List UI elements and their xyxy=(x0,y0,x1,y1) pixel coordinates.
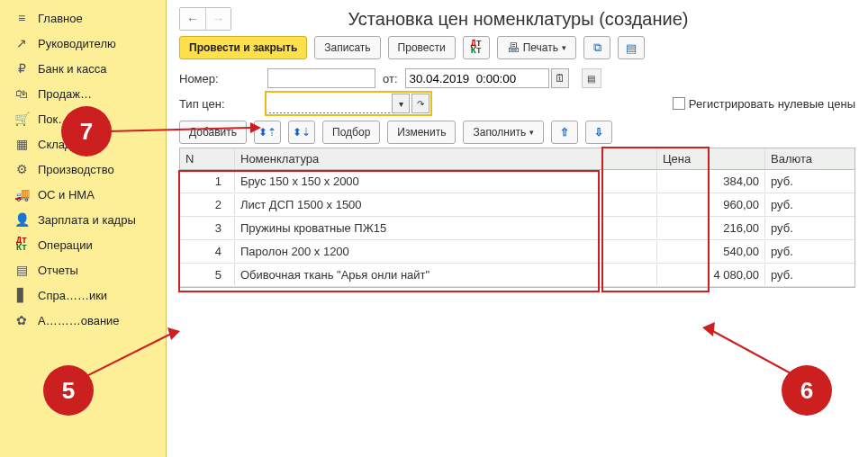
ruble-icon: ₽ xyxy=(13,61,31,76)
change-button[interactable]: Изменить xyxy=(387,121,456,144)
main-content: ← → Установка цен номенклатуры (создание… xyxy=(167,0,868,457)
sort-asc-button[interactable]: ⬍⇡ xyxy=(254,121,281,144)
sort-desc-icon: ⬍⇣ xyxy=(293,126,311,139)
register-zero-checkbox[interactable]: Регистрировать нулевые цены xyxy=(673,97,855,111)
sidebar-item-sales[interactable]: 🛍Продаж… xyxy=(0,81,166,106)
gear-icon: ⚙ xyxy=(13,162,31,176)
price-type-open[interactable]: ↷ xyxy=(411,94,429,113)
menu-icon: ≡ xyxy=(13,11,31,25)
list-icon: ▤ xyxy=(626,41,637,55)
sidebar-item-manager[interactable]: ↗Руководителю xyxy=(0,31,166,56)
arrow-down-icon: ⇩ xyxy=(594,126,603,139)
cell-name: Лист ДСП 1500 х 1500 xyxy=(234,194,656,215)
sidebar-item-label: А………ование xyxy=(38,314,120,327)
price-type-dropdown[interactable]: ▾ xyxy=(392,94,410,113)
cart-icon: 🛒 xyxy=(13,112,31,126)
cell-price: 4 080,00 xyxy=(656,264,764,285)
sidebar-item-label: Руководителю xyxy=(38,37,116,50)
match-button[interactable]: Подбор xyxy=(322,121,380,144)
price-type-input[interactable] xyxy=(267,94,390,113)
add-button[interactable]: Добавить xyxy=(179,121,247,144)
settings-icon: ✿ xyxy=(13,313,31,327)
fill-button[interactable]: Заполнить ▾ xyxy=(463,121,544,144)
sidebar-item-main[interactable]: ≡Главное xyxy=(0,5,166,31)
from-label: от: xyxy=(383,72,398,85)
cell-name: Пружины кроватные ПЖ15 xyxy=(234,218,656,238)
report-icon: ▤ xyxy=(13,263,31,277)
date-input[interactable] xyxy=(405,68,549,88)
chart-up-icon: ↗ xyxy=(13,36,31,50)
chevron-down-icon: ▾ xyxy=(562,43,566,52)
aux-button[interactable]: ▤ xyxy=(582,68,601,88)
sidebar-item-label: ОС и НМА xyxy=(38,188,95,202)
person-icon: 👤 xyxy=(13,212,31,227)
movements-button[interactable]: ДтКт xyxy=(463,36,490,59)
action-bar: Провести и закрыть Записать Провести ДтК… xyxy=(179,36,855,59)
sidebar-item-label: Производство xyxy=(38,163,114,176)
price-type-label: Тип цен: xyxy=(179,97,260,111)
sidebar-item-hr[interactable]: 👤Зарплата и кадры xyxy=(0,207,166,232)
move-down-button[interactable]: ⇩ xyxy=(585,121,612,144)
post-button[interactable]: Провести xyxy=(388,36,456,59)
back-button[interactable]: ← xyxy=(180,8,205,30)
table-row[interactable]: 2 Лист ДСП 1500 х 1500 960,00 руб. xyxy=(180,193,854,217)
table-header: N Номенклатура Цена Валюта xyxy=(180,148,854,170)
table-row[interactable]: 1 Брус 150 х 150 х 2000 384,00 руб. xyxy=(180,170,854,193)
cell-curr: руб. xyxy=(764,194,854,215)
cell-curr: руб. xyxy=(764,218,854,238)
calendar-icon: 🗓 xyxy=(555,72,565,85)
sidebar-item-directories[interactable]: ▋Спра……ики xyxy=(0,282,166,308)
sidebar-item-reports[interactable]: ▤Отчеты xyxy=(0,257,166,282)
cell-name: Обивочная ткань "Арья онли найт" xyxy=(234,264,656,285)
move-up-button[interactable]: ⇧ xyxy=(551,121,578,144)
cell-n: 2 xyxy=(180,194,234,215)
cell-price: 384,00 xyxy=(656,171,764,192)
sidebar-item-admin[interactable]: ✿А………ование xyxy=(0,308,166,333)
sidebar-item-label: Спра……ики xyxy=(38,289,107,302)
save-button[interactable]: Записать xyxy=(314,36,380,59)
col-header-price[interactable]: Цена xyxy=(656,148,764,169)
table-row[interactable]: 4 Паролон 200 х 1200 540,00 руб. xyxy=(180,240,854,264)
number-input[interactable] xyxy=(267,68,375,88)
grid-icon: ▦ xyxy=(13,137,31,151)
attachments-button[interactable]: ▤ xyxy=(618,36,645,59)
cell-n: 3 xyxy=(180,218,234,238)
post-and-close-button[interactable]: Провести и закрыть xyxy=(179,36,307,59)
dtkt-icon: ДтКт xyxy=(13,237,31,252)
sort-desc-button[interactable]: ⬍⇣ xyxy=(288,121,315,144)
sidebar-item-label: Склад xyxy=(38,138,72,151)
col-header-n[interactable]: N xyxy=(180,148,234,169)
register-zero-label: Регистрировать нулевые цены xyxy=(689,97,855,111)
sidebar-item-operations[interactable]: ДтКтОперации xyxy=(0,232,166,257)
sidebar-item-production[interactable]: ⚙Производство xyxy=(0,157,166,182)
sort-asc-icon: ⬍⇡ xyxy=(258,126,276,139)
nav-buttons: ← → xyxy=(179,7,231,31)
books-icon: ▋ xyxy=(13,288,31,302)
col-header-curr[interactable]: Валюта xyxy=(764,148,854,169)
sidebar-item-assets[interactable]: 🚚ОС и НМА xyxy=(0,182,166,207)
link-icon: ⧉ xyxy=(593,40,601,55)
sidebar: ≡Главное ↗Руководителю ₽Банк и касса 🛍Пр… xyxy=(0,0,167,457)
forward-button[interactable]: → xyxy=(205,8,231,30)
cell-name: Брус 150 х 150 х 2000 xyxy=(234,171,656,192)
sidebar-item-warehouse[interactable]: ▦Склад xyxy=(0,131,166,157)
table-row[interactable]: 5 Обивочная ткань "Арья онли найт" 4 080… xyxy=(180,264,854,287)
printer-icon: 🖶 xyxy=(507,40,520,55)
related-button[interactable]: ⧉ xyxy=(583,36,610,59)
sidebar-item-label: Операции xyxy=(38,238,93,252)
bag-icon: 🛍 xyxy=(13,86,31,101)
calendar-button[interactable]: 🗓 xyxy=(551,68,569,88)
table-row[interactable]: 3 Пружины кроватные ПЖ15 216,00 руб. xyxy=(180,217,854,240)
cell-price: 540,00 xyxy=(656,241,764,262)
col-header-name[interactable]: Номенклатура xyxy=(234,148,656,169)
chevron-down-icon: ▾ xyxy=(529,128,534,137)
sidebar-item-purchases[interactable]: 🛒Пок… xyxy=(0,106,166,131)
cell-name: Паролон 200 х 1200 xyxy=(234,241,656,262)
sidebar-item-bank[interactable]: ₽Банк и касса xyxy=(0,56,166,81)
table-toolbar: Добавить ⬍⇡ ⬍⇣ Подбор Изменить Заполнить… xyxy=(179,121,855,144)
cell-curr: руб. xyxy=(764,171,854,192)
print-button[interactable]: 🖶Печать ▾ xyxy=(497,36,576,59)
cell-price: 960,00 xyxy=(656,194,764,215)
truck-icon: 🚚 xyxy=(13,187,31,202)
checkbox-icon xyxy=(673,97,685,110)
